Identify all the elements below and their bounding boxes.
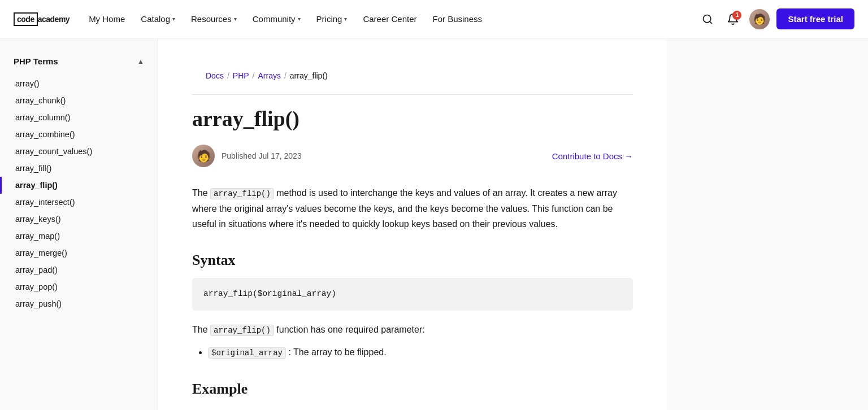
sidebar-item-array-fill[interactable]: array_fill() (0, 160, 158, 177)
notification-badge: 1 (732, 11, 741, 20)
sidebar-item-array-keys[interactable]: array_keys() (0, 211, 158, 228)
svg-line-1 (710, 21, 712, 23)
sidebar-item-array-pad[interactable]: array_pad() (0, 261, 158, 278)
logo[interactable]: codeacademy (14, 12, 70, 26)
avatar[interactable]: 🧑 (749, 9, 770, 29)
param-inline-code: array_flip() (210, 325, 274, 336)
list-item: $original_array : The array to be flippe… (208, 344, 633, 360)
sidebar-section-title: PHP Terms ▲ (0, 52, 158, 71)
nav-link-my-home[interactable]: My Home (83, 10, 131, 28)
syntax-title: Syntax (192, 252, 633, 269)
meta-row: 🧑 Published Jul 17, 2023 Contribute to D… (192, 145, 633, 167)
breadcrumb-arrays[interactable]: Arrays (258, 71, 280, 80)
notifications-button[interactable]: 1 (723, 10, 743, 29)
sidebar-item-array-flip[interactable]: array_flip() (0, 177, 158, 194)
nav-link-catalog[interactable]: Catalog ▾ (135, 10, 181, 28)
chevron-up-icon: ▲ (137, 58, 144, 66)
example-title: Example (192, 381, 633, 398)
arrow-icon: → (624, 151, 633, 161)
navbar: codeacademy My Home Catalog ▾ Resources … (0, 0, 868, 38)
sidebar-item-array-map[interactable]: array_map() (0, 228, 158, 245)
author-info: 🧑 Published Jul 17, 2023 (192, 145, 302, 167)
nav-icons: 1 🧑 Start free trial (698, 8, 854, 29)
nav-link-career-center[interactable]: Career Center (357, 10, 422, 28)
sidebar-item-array-intersect[interactable]: array_intersect() (0, 194, 158, 211)
search-button[interactable] (698, 10, 717, 28)
nav-link-for-business[interactable]: For Business (427, 10, 488, 28)
main-content: Docs / PHP / Arrays / array_flip() array… (158, 38, 667, 410)
logo-academy: academy (38, 15, 70, 24)
nav-link-resources[interactable]: Resources ▾ (185, 10, 242, 28)
sidebar: PHP Terms ▲ array() array_chunk() array_… (0, 38, 158, 410)
breadcrumb-docs[interactable]: Docs (206, 71, 224, 80)
start-trial-button[interactable]: Start free trial (776, 8, 854, 29)
sidebar-item-array-column[interactable]: array_column() (0, 109, 158, 126)
chevron-down-icon: ▾ (234, 16, 237, 22)
sidebar-item-array-count-values[interactable]: array_count_values() (0, 143, 158, 160)
breadcrumb: Docs / PHP / Arrays / array_flip() (192, 56, 633, 95)
chevron-down-icon: ▾ (298, 16, 301, 22)
sidebar-item-array[interactable]: array() (0, 75, 158, 92)
breadcrumb-sep-1: / (227, 71, 229, 80)
param-list: $original_array : The array to be flippe… (192, 344, 633, 360)
search-icon (702, 14, 713, 25)
breadcrumb-sep-2: / (253, 71, 255, 80)
sidebar-item-array-push[interactable]: array_push() (0, 295, 158, 312)
avatar-image: 🧑 (749, 9, 770, 29)
param-code: $original_array (208, 347, 286, 359)
chevron-down-icon: ▾ (344, 16, 347, 22)
page-layout: PHP Terms ▲ array() array_chunk() array_… (0, 38, 868, 410)
inline-code-1: array_flip() (210, 188, 274, 199)
breadcrumb-php[interactable]: PHP (233, 71, 249, 80)
published-text: Published Jul 17, 2023 (222, 151, 302, 160)
sidebar-item-array-chunk[interactable]: array_chunk() (0, 92, 158, 109)
sidebar-item-array-pop[interactable]: array_pop() (0, 278, 158, 295)
breadcrumb-sep-3: / (284, 71, 287, 80)
contribute-to-docs-link[interactable]: Contribute to Docs → (552, 151, 633, 161)
sidebar-item-array-combine[interactable]: array_combine() (0, 126, 158, 143)
breadcrumb-current: array_flip() (290, 71, 328, 80)
sidebar-item-array-merge[interactable]: array_merge() (0, 245, 158, 261)
param-text: The array_flip() function has one requir… (192, 322, 633, 338)
nav-link-community[interactable]: Community ▾ (247, 10, 306, 28)
chevron-down-icon: ▾ (172, 16, 175, 22)
logo-code: code (14, 12, 38, 26)
syntax-code-block: array_flip($original_array) (192, 278, 633, 311)
author-avatar: 🧑 (192, 145, 215, 167)
nav-link-pricing[interactable]: Pricing ▾ (311, 10, 353, 28)
page-title: array_flip() (192, 106, 633, 131)
description: The array_flip() method is used to inter… (192, 185, 633, 232)
